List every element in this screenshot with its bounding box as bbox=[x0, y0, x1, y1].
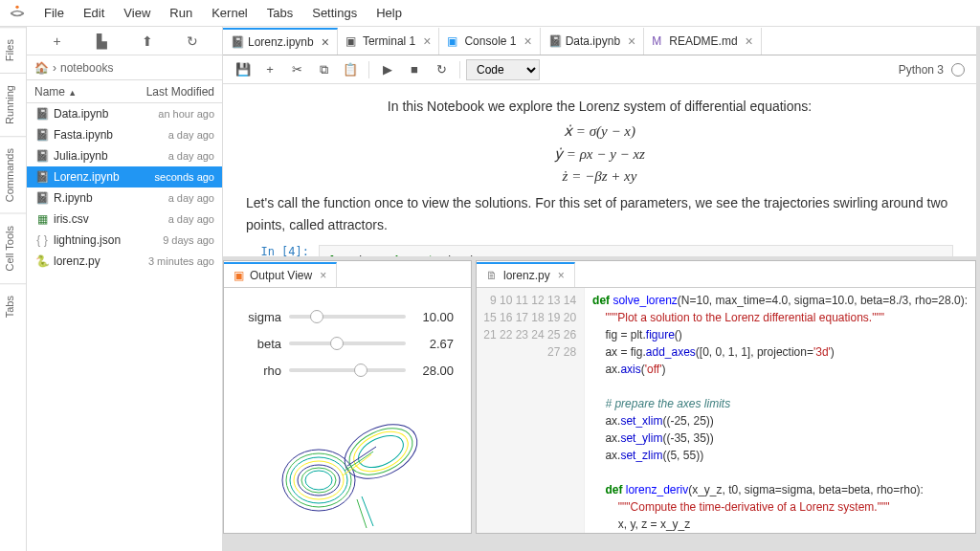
output-view-tab[interactable]: ▣ Output View × bbox=[224, 262, 337, 287]
sidetab-cell-tools[interactable]: Cell Tools bbox=[0, 213, 26, 283]
refresh-button[interactable]: ↻ bbox=[181, 33, 204, 49]
tab-readme-md[interactable]: MREADME.md× bbox=[644, 28, 762, 55]
close-icon[interactable]: × bbox=[322, 34, 329, 50]
upload-button[interactable]: ⬆ bbox=[136, 33, 159, 49]
kernel-indicator[interactable] bbox=[951, 63, 965, 77]
file-row[interactable]: 📓Julia.ipynba day ago bbox=[27, 145, 222, 166]
sidetab-running[interactable]: Running bbox=[0, 73, 26, 136]
menu-tabs[interactable]: Tabs bbox=[257, 2, 302, 24]
notebook-body[interactable]: In this Notebook we explore the Lorenz s… bbox=[223, 84, 976, 256]
run-button[interactable]: ▶ bbox=[375, 59, 400, 80]
file-row[interactable]: ▦iris.csva day ago bbox=[27, 209, 222, 230]
new-folder-button[interactable]: ▙ bbox=[91, 33, 114, 49]
slider-rho[interactable]: rho28.00 bbox=[241, 357, 454, 384]
markdown-text[interactable]: In this Notebook we explore the Lorenz s… bbox=[246, 96, 953, 117]
markdown-text-2[interactable]: Let's call the function once to view the… bbox=[246, 192, 953, 235]
file-icon: { } bbox=[34, 233, 50, 247]
home-icon[interactable]: 🏠 bbox=[34, 61, 49, 75]
menu-help[interactable]: Help bbox=[367, 2, 412, 24]
save-button[interactable]: 💾 bbox=[231, 59, 256, 80]
file-icon: ▦ bbox=[34, 212, 50, 226]
tab-label: README.md bbox=[669, 34, 737, 48]
slider-sigma[interactable]: sigma10.00 bbox=[241, 303, 454, 330]
kernel-name[interactable]: Python 3 bbox=[899, 63, 944, 77]
column-header-modified[interactable]: Last Modified bbox=[146, 85, 214, 99]
file-modified: a day ago bbox=[168, 192, 214, 204]
file-row[interactable]: 📓Data.ipynban hour ago bbox=[27, 103, 222, 124]
file-name: Fasta.ipynb bbox=[54, 128, 168, 142]
tab-terminal-1[interactable]: ▣Terminal 1× bbox=[338, 28, 440, 55]
tab-console-1[interactable]: ▣Console 1× bbox=[439, 28, 540, 55]
output-view-panel: ▣ Output View × sigma10.00beta2.67rho28.… bbox=[223, 260, 472, 534]
breadcrumb-folder[interactable]: notebooks bbox=[60, 61, 113, 75]
code-input[interactable]: from lorenz import solve_lorenz t, x_t =… bbox=[319, 245, 953, 256]
file-modified: a day ago bbox=[168, 129, 214, 141]
file-row[interactable]: 🐍lorenz.py3 minutes ago bbox=[27, 251, 222, 272]
menu-view[interactable]: View bbox=[114, 2, 160, 24]
paste-button[interactable]: 📋 bbox=[338, 59, 363, 80]
column-header-name[interactable]: Name ▲ bbox=[34, 85, 146, 99]
breadcrumb[interactable]: 🏠 › notebooks bbox=[27, 55, 222, 80]
tab-label: Lorenz.ipynb bbox=[248, 35, 314, 49]
svg-point-8 bbox=[336, 413, 426, 489]
editor-tab[interactable]: 🗎 lorenz.py × bbox=[477, 262, 575, 287]
slider-beta[interactable]: beta2.67 bbox=[241, 330, 454, 357]
left-sidebar-tabs: FilesRunningCommandsCell ToolsTabs bbox=[0, 27, 27, 551]
jupyter-logo bbox=[8, 4, 27, 23]
tab-data-ipynb[interactable]: 📓Data.ipynb× bbox=[541, 28, 645, 55]
menu-file[interactable]: File bbox=[34, 2, 74, 24]
file-row[interactable]: 📓R.ipynba day ago bbox=[27, 187, 222, 209]
slider-thumb[interactable] bbox=[330, 337, 344, 350]
equation-2: ẏ = ρx − y − xz bbox=[246, 145, 953, 163]
main-tabbar: 📓Lorenz.ipynb×▣Terminal 1×▣Console 1×📓Da… bbox=[223, 27, 976, 55]
menu-edit[interactable]: Edit bbox=[74, 2, 114, 24]
input-prompt: In [4]: bbox=[246, 245, 319, 256]
sidetab-tabs[interactable]: Tabs bbox=[0, 283, 26, 329]
file-modified: 9 days ago bbox=[163, 234, 214, 246]
close-icon[interactable]: × bbox=[524, 33, 532, 49]
file-name: lightning.json bbox=[54, 233, 163, 247]
sidetab-commands[interactable]: Commands bbox=[0, 136, 26, 213]
slider-thumb[interactable] bbox=[354, 364, 368, 377]
tab-label: Data.ipynb bbox=[566, 34, 620, 48]
lorenz-attractor-plot bbox=[224, 399, 471, 533]
code-content[interactable]: def solve_lorenz(N=10, max_time=4.0, sig… bbox=[585, 288, 975, 533]
svg-point-5 bbox=[298, 465, 340, 496]
tab-icon: 📓 bbox=[548, 34, 562, 48]
slider-thumb[interactable] bbox=[310, 310, 323, 323]
copy-button[interactable]: ⧉ bbox=[311, 59, 336, 80]
file-row[interactable]: 📓Fasta.ipynba day ago bbox=[27, 124, 222, 145]
tab-icon: M bbox=[652, 34, 665, 48]
file-row[interactable]: 📓Lorenz.ipynbseconds ago bbox=[27, 166, 222, 187]
close-icon[interactable]: × bbox=[558, 269, 565, 282]
slider-track[interactable] bbox=[289, 368, 406, 372]
close-icon[interactable]: × bbox=[628, 33, 635, 49]
slider-track[interactable] bbox=[289, 315, 406, 319]
tab-lorenz-ipynb[interactable]: 📓Lorenz.ipynb× bbox=[223, 28, 338, 55]
insert-cell-button[interactable]: + bbox=[257, 59, 282, 80]
cut-button[interactable]: ✂ bbox=[284, 59, 309, 80]
code-editor[interactable]: 9 10 11 12 13 14 15 16 17 18 19 20 21 22… bbox=[477, 288, 975, 533]
tab-label: Console 1 bbox=[464, 34, 516, 48]
slider-value: 10.00 bbox=[406, 310, 454, 324]
close-icon[interactable]: × bbox=[320, 269, 326, 282]
new-launcher-button[interactable]: + bbox=[46, 33, 69, 49]
code-cell[interactable]: In [4]: from lorenz import solve_lorenz … bbox=[246, 245, 953, 256]
stop-button[interactable]: ■ bbox=[402, 59, 427, 80]
svg-point-0 bbox=[15, 5, 18, 8]
celltype-select[interactable]: Code bbox=[466, 59, 540, 80]
svg-point-9 bbox=[342, 419, 419, 484]
close-icon[interactable]: × bbox=[746, 33, 753, 49]
menu-run[interactable]: Run bbox=[160, 2, 202, 24]
file-row[interactable]: { }lightning.json9 days ago bbox=[27, 230, 222, 251]
restart-button[interactable]: ↻ bbox=[429, 59, 454, 80]
slider-track[interactable] bbox=[289, 342, 406, 345]
close-icon[interactable]: × bbox=[423, 33, 431, 49]
menu-kernel[interactable]: Kernel bbox=[202, 2, 257, 24]
slider-label: beta bbox=[241, 337, 289, 351]
dock-panel: 📓Lorenz.ipynb×▣Terminal 1×▣Console 1×📓Da… bbox=[223, 27, 980, 551]
slider-label: rho bbox=[241, 364, 289, 378]
slider-value: 28.00 bbox=[406, 364, 454, 378]
menu-settings[interactable]: Settings bbox=[302, 2, 367, 24]
sidetab-files[interactable]: Files bbox=[0, 27, 26, 73]
